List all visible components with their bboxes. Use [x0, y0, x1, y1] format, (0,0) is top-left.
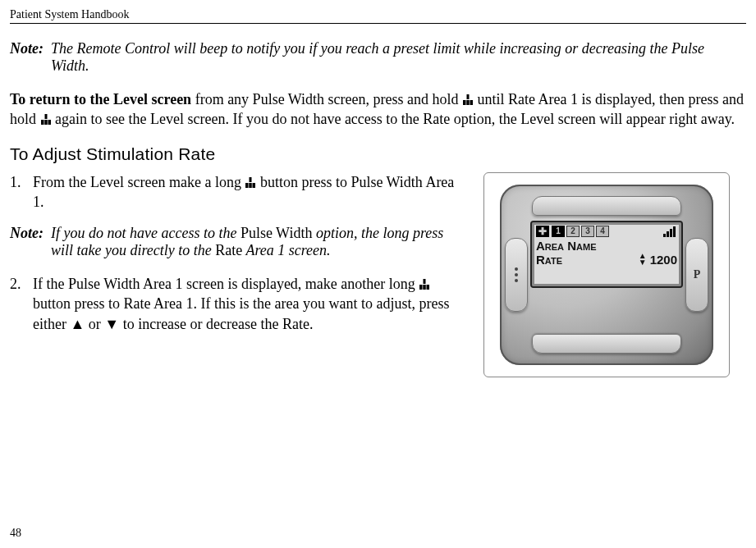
rate-label: Rate [536, 253, 562, 267]
section-title: To Adjust Stimulation Rate [10, 144, 746, 164]
svg-rect-11 [253, 183, 256, 188]
note-1: Note: The Remote Control will beep to no… [10, 40, 746, 75]
screen-line-area: Area Name [536, 239, 677, 253]
svg-rect-4 [44, 114, 47, 119]
device-screen: ✚ 1 2 3 4 Area Name [530, 221, 683, 288]
svg-rect-15 [427, 285, 430, 290]
return-paragraph: To return to the Level screen from any P… [10, 89, 746, 130]
device-right-label: P [694, 268, 701, 281]
up-down-icon: ▲▼ [639, 253, 647, 266]
area-icon [462, 94, 474, 106]
svg-rect-0 [467, 94, 470, 99]
svg-rect-9 [245, 183, 249, 188]
device-illustration: P ✚ 1 2 3 4 [483, 172, 730, 377]
svg-rect-7 [48, 120, 51, 125]
page-header: Patient System Handbook [10, 8, 746, 24]
note-2-pw: Pulse Width [241, 225, 312, 241]
svg-rect-1 [463, 100, 466, 105]
device-bottom-button [532, 334, 681, 354]
device-left-button [505, 238, 528, 312]
return-tail-3: again to see the Level screen. If you do… [52, 111, 735, 127]
steps-list-2: If the Pulse Width Area 1 screen is disp… [10, 274, 465, 334]
plus-icon: ✚ [536, 226, 549, 237]
area-icon [245, 177, 256, 189]
note-1-body: The Remote Control will beep to notify y… [51, 40, 746, 75]
note-2-rate: Rate [215, 242, 242, 258]
svg-rect-10 [250, 183, 253, 188]
header-title: Patient System Handbook [10, 8, 129, 21]
device-top-button [532, 196, 681, 216]
tab-3: 3 [581, 226, 594, 237]
tab-2: 2 [566, 226, 580, 237]
svg-rect-12 [424, 279, 426, 284]
page-number: 48 [10, 527, 21, 540]
step-2-mid: or [85, 316, 104, 332]
tab-1: 1 [552, 226, 565, 237]
svg-rect-13 [419, 285, 423, 290]
tab-4: 4 [596, 226, 609, 237]
return-lead: To return to the Level screen [10, 91, 191, 107]
note-2-label: Note: [10, 225, 51, 242]
note-2-post: Area 1 screen. [242, 242, 330, 258]
svg-rect-3 [470, 100, 474, 105]
screen-line-rate: Rate ▲▼ 1200 [536, 253, 677, 267]
svg-rect-2 [466, 100, 470, 105]
svg-rect-8 [250, 177, 252, 182]
step-1-a: From the Level screen make a long [33, 174, 245, 190]
step-1: From the Level screen make a long button… [10, 172, 465, 212]
step-2: If the Pulse Width Area 1 screen is disp… [10, 274, 465, 334]
area-icon [419, 279, 430, 290]
step-2-a: If the Pulse Width Area 1 screen is disp… [33, 276, 419, 292]
svg-rect-14 [424, 285, 427, 290]
rate-value: 1200 [650, 253, 677, 267]
return-tail-1: from any Pulse Width screen, press and h… [191, 91, 462, 107]
remote-device: P ✚ 1 2 3 4 [500, 185, 713, 365]
svg-rect-5 [41, 120, 44, 125]
step-2-c: to increase or decrease the Rate. [119, 316, 313, 332]
note-2: Note: If you do not have access to the P… [10, 225, 465, 259]
note-1-label: Note: [10, 40, 51, 57]
signal-icon [663, 226, 677, 237]
note-2-pre: If you do not have access to the [51, 225, 241, 241]
device-right-button: P [685, 238, 708, 312]
steps-list: From the Level screen make a long button… [10, 172, 465, 212]
up-arrow-icon: ▲ [70, 316, 85, 332]
screen-status-row: ✚ 1 2 3 4 [536, 226, 677, 237]
svg-rect-6 [44, 120, 48, 125]
area-icon [40, 114, 52, 126]
note-2-body: If you do not have access to the Pulse W… [51, 225, 465, 259]
area-name-text: Area Name [536, 239, 597, 253]
down-arrow-icon: ▼ [104, 316, 119, 332]
